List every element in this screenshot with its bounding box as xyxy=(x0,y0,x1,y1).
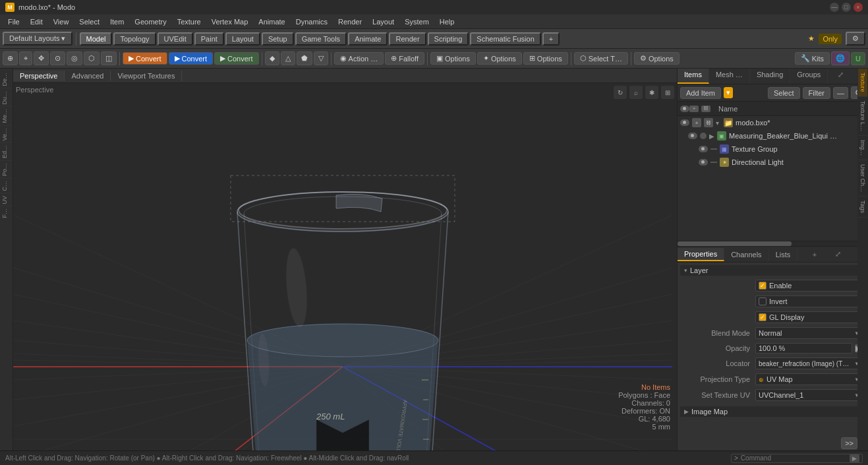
convert-button-orange[interactable]: ▶ Convert xyxy=(123,52,167,65)
add-item-button[interactable]: Add Item xyxy=(680,87,721,99)
tool-shape-1[interactable]: ◆ xyxy=(265,51,279,65)
maximize-button[interactable]: □ xyxy=(842,3,851,12)
tool-icon-4[interactable]: ⊙ xyxy=(50,51,65,65)
add-item-dropdown[interactable]: ▾ xyxy=(724,87,733,98)
projection-type-dropdown[interactable]: ⊕UV Map xyxy=(755,373,863,385)
options-button-2[interactable]: ✦ Options xyxy=(477,52,522,65)
col-eye-2[interactable]: + xyxy=(689,106,699,112)
gl-display-cb-box[interactable]: ✓ xyxy=(759,313,767,321)
locator-dropdown[interactable]: beaker_refraction (Image) (T… xyxy=(755,357,863,369)
tab-render[interactable]: Render xyxy=(389,32,426,46)
tree-item-mesh[interactable]: ▶ ▣ Measuring_Beaker_Blue_Liqui … xyxy=(678,129,868,142)
menu-select[interactable]: Select xyxy=(74,16,105,27)
menu-animate[interactable]: Animate xyxy=(253,16,290,27)
image-map-forward-btn[interactable]: >> xyxy=(841,437,857,449)
rp-expand-icon[interactable]: ⤢ xyxy=(834,69,848,84)
command-input[interactable] xyxy=(741,454,847,462)
tex-tab-user-ch[interactable]: User Ch… xyxy=(858,160,867,197)
tex-tab-texture[interactable]: Texture xyxy=(858,69,867,97)
menu-edit[interactable]: Edit xyxy=(25,16,48,27)
left-panel-tab-ed[interactable]: Ed… xyxy=(0,142,13,160)
viewport-tab-textures[interactable]: Viewport Textures xyxy=(111,71,182,81)
menu-item[interactable]: Item xyxy=(105,16,129,27)
tab-animate[interactable]: Animate xyxy=(348,32,388,46)
blend-mode-dropdown[interactable]: Normal xyxy=(755,327,863,339)
left-panel-tab-f[interactable]: F… xyxy=(0,206,13,220)
tool-icon-2[interactable]: ⌖ xyxy=(19,51,32,65)
filter-button[interactable]: Filter xyxy=(803,87,830,99)
menu-geometry[interactable]: Geometry xyxy=(129,16,171,27)
invert-checkbox[interactable]: Invert xyxy=(759,297,788,305)
rp-tab-shading[interactable]: Shading xyxy=(750,69,790,84)
tree-eye-mesh[interactable] xyxy=(688,133,697,139)
filter-minus-button[interactable]: — xyxy=(833,87,848,99)
tool-icon-6[interactable]: ⬡ xyxy=(84,51,100,65)
tree-toggle-mesh[interactable]: ▶ xyxy=(709,133,717,140)
tex-tab-texture-l[interactable]: Texture L… xyxy=(858,97,867,136)
tab-schematic-fusion[interactable]: Schematic Fusion xyxy=(470,32,540,46)
props-tab-channels[interactable]: Channels xyxy=(724,249,768,261)
tab-setup[interactable]: Setup xyxy=(262,32,294,46)
left-panel-tab-po[interactable]: Po… xyxy=(0,160,13,178)
menu-texture[interactable]: Texture xyxy=(172,16,206,27)
viewport-tab-advanced[interactable]: Advanced xyxy=(65,71,111,81)
left-panel-tab-de[interactable]: De… xyxy=(0,70,13,88)
col-eye-1[interactable] xyxy=(680,106,689,112)
enable-cb-box[interactable]: ✓ xyxy=(759,282,767,290)
props-section-header-image-map[interactable]: ▶ Image Map xyxy=(680,406,865,417)
tool-icon-3[interactable]: ✥ xyxy=(34,51,49,65)
unreal-icon-btn[interactable]: U xyxy=(851,52,865,65)
tree-item-root[interactable]: + ⛓ ▾ 📁 modo.bxo* xyxy=(678,116,868,129)
enable-checkbox[interactable]: ✓ Enable xyxy=(759,282,792,290)
opacity-input[interactable]: 100.0 % xyxy=(755,343,852,354)
menu-view[interactable]: View xyxy=(48,16,74,27)
left-panel-tab-uv[interactable]: UV xyxy=(0,193,13,206)
convert-button-green[interactable]: ▶ Convert xyxy=(214,52,259,65)
tab-layout[interactable]: Layout xyxy=(225,32,260,46)
set-texture-uv-dropdown[interactable]: UVChannel_1 xyxy=(755,389,863,401)
props-expand-btn[interactable]: ⤢ xyxy=(832,248,844,261)
tab-model[interactable]: Model xyxy=(80,32,113,46)
left-panel-tab-me[interactable]: Me… xyxy=(0,106,13,125)
viewport-tab-perspective[interactable]: Perspective xyxy=(13,71,65,81)
convert-button-blue[interactable]: ▶ Convert xyxy=(169,52,214,65)
tab-paint[interactable]: Paint xyxy=(194,32,224,46)
menu-file[interactable]: File xyxy=(3,16,25,27)
settings-button[interactable]: ⚙ xyxy=(846,32,865,46)
viewport-canvas[interactable]: .grid-line{stroke:#3a3a3a;stroke-width:0… xyxy=(13,83,677,450)
tex-tab-img[interactable]: Img… xyxy=(858,136,867,160)
menu-render[interactable]: Render xyxy=(333,16,367,27)
select-t-button[interactable]: ⬡ Select T… xyxy=(574,52,628,65)
options-button-1[interactable]: ▣ Options xyxy=(430,52,476,65)
minimize-button[interactable]: — xyxy=(830,3,839,12)
menu-system[interactable]: System xyxy=(399,16,434,27)
tab-topology[interactable]: Topology xyxy=(113,32,156,46)
gl-display-checkbox[interactable]: ✓ GL Display xyxy=(759,313,804,321)
tab-game-tools[interactable]: Game Tools xyxy=(295,32,347,46)
menu-help[interactable]: Help xyxy=(434,16,460,27)
left-panel-tab-c[interactable]: C… xyxy=(0,178,13,193)
falloff-button[interactable]: ⊕ Falloff xyxy=(385,52,424,65)
tree-btn-root-2[interactable]: ⛓ xyxy=(704,118,713,127)
menu-dynamics[interactable]: Dynamics xyxy=(291,16,333,27)
command-run-button[interactable]: ▶ xyxy=(850,454,859,462)
tree-eye-light[interactable] xyxy=(699,159,708,166)
tool-icon-1[interactable]: ⊕ xyxy=(3,51,18,65)
add-tab-button[interactable]: + xyxy=(542,32,560,46)
tree-btn-root-1[interactable]: + xyxy=(692,118,701,127)
props-tab-lists[interactable]: Lists xyxy=(769,249,798,261)
close-button[interactable]: × xyxy=(854,3,863,12)
tool-shape-3[interactable]: ⬟ xyxy=(297,51,312,65)
rp-tab-items[interactable]: Items xyxy=(678,69,709,84)
tab-scripting[interactable]: Scripting xyxy=(428,32,469,46)
tool-shape-2[interactable]: △ xyxy=(281,51,295,65)
action-button[interactable]: ◉ Action … xyxy=(334,52,384,65)
rp-tab-mesh[interactable]: Mesh … xyxy=(709,69,750,84)
tree-item-light[interactable]: ☀ Directional Light xyxy=(678,156,868,169)
vp-zoom-icon[interactable]: ⌕ xyxy=(629,86,643,99)
vp-rotate-icon[interactable]: ↻ xyxy=(614,86,627,99)
tool-shape-4[interactable]: ▽ xyxy=(314,51,328,65)
tool-icon-7[interactable]: ◫ xyxy=(101,51,117,65)
props-tab-properties[interactable]: Properties xyxy=(678,248,724,261)
kits-button[interactable]: 🔧 Kits xyxy=(795,52,830,65)
